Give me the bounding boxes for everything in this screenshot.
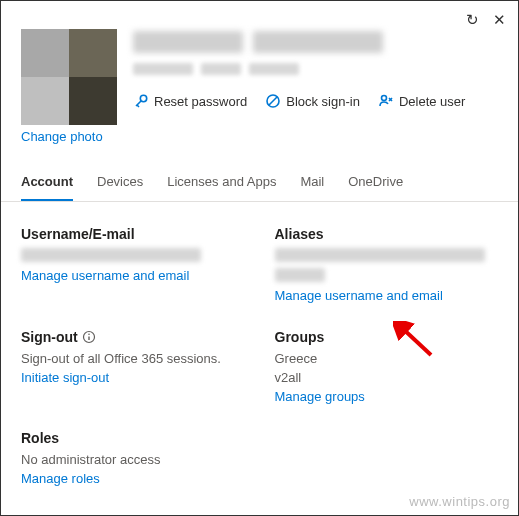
section-aliases: Aliases Manage username and email: [275, 226, 499, 303]
reset-password-label: Reset password: [154, 94, 247, 109]
svg-line-2: [137, 105, 139, 107]
signout-title: Sign-out: [21, 329, 245, 345]
tab-onedrive[interactable]: OneDrive: [348, 174, 403, 201]
signout-desc: Sign-out of all Office 365 sessions.: [21, 351, 245, 366]
alias-value-2: [275, 268, 325, 282]
svg-point-10: [88, 334, 90, 336]
manage-aliases-link[interactable]: Manage username and email: [275, 288, 499, 303]
block-icon: [265, 93, 281, 109]
alias-value-1: [275, 248, 485, 262]
close-icon[interactable]: ✕: [493, 11, 506, 29]
tab-licenses[interactable]: Licenses and Apps: [167, 174, 276, 201]
block-signin-label: Block sign-in: [286, 94, 360, 109]
tab-mail[interactable]: Mail: [300, 174, 324, 201]
svg-line-11: [401, 327, 431, 355]
tab-bar: Account Devices Licenses and Apps Mail O…: [1, 150, 518, 202]
section-roles: Roles No administrator access Manage rol…: [21, 430, 245, 486]
svg-line-4: [269, 97, 277, 105]
group-item-0: Greece: [275, 351, 499, 366]
manage-username-link[interactable]: Manage username and email: [21, 268, 245, 283]
delete-user-button[interactable]: Delete user: [378, 93, 465, 109]
username-title: Username/E-mail: [21, 226, 245, 242]
user-name: [133, 31, 498, 57]
manage-roles-link[interactable]: Manage roles: [21, 471, 245, 486]
groups-title: Groups: [275, 329, 499, 345]
annotation-arrow: [393, 321, 435, 362]
roles-title: Roles: [21, 430, 245, 446]
group-item-1: v2all: [275, 370, 499, 385]
section-username: Username/E-mail Manage username and emai…: [21, 226, 245, 303]
block-signin-button[interactable]: Block sign-in: [265, 93, 360, 109]
tab-devices[interactable]: Devices: [97, 174, 143, 201]
user-subtitle: [133, 63, 498, 77]
svg-point-0: [140, 95, 146, 101]
roles-desc: No administrator access: [21, 452, 245, 467]
section-signout: Sign-out Sign-out of all Office 365 sess…: [21, 329, 245, 404]
change-photo-link[interactable]: Change photo: [21, 129, 117, 144]
info-icon: [82, 330, 96, 344]
key-icon: [133, 93, 149, 109]
refresh-icon[interactable]: ↻: [466, 11, 479, 29]
section-groups: Groups Greece v2all Manage groups: [275, 329, 499, 404]
initiate-signout-link[interactable]: Initiate sign-out: [21, 370, 245, 385]
aliases-title: Aliases: [275, 226, 499, 242]
delete-user-label: Delete user: [399, 94, 465, 109]
avatar: [21, 29, 117, 125]
tab-account[interactable]: Account: [21, 174, 73, 201]
delete-user-icon: [378, 93, 394, 109]
svg-point-5: [381, 96, 386, 101]
reset-password-button[interactable]: Reset password: [133, 93, 247, 109]
watermark: www.wintips.org: [409, 494, 510, 509]
username-value: [21, 248, 201, 262]
manage-groups-link[interactable]: Manage groups: [275, 389, 499, 404]
